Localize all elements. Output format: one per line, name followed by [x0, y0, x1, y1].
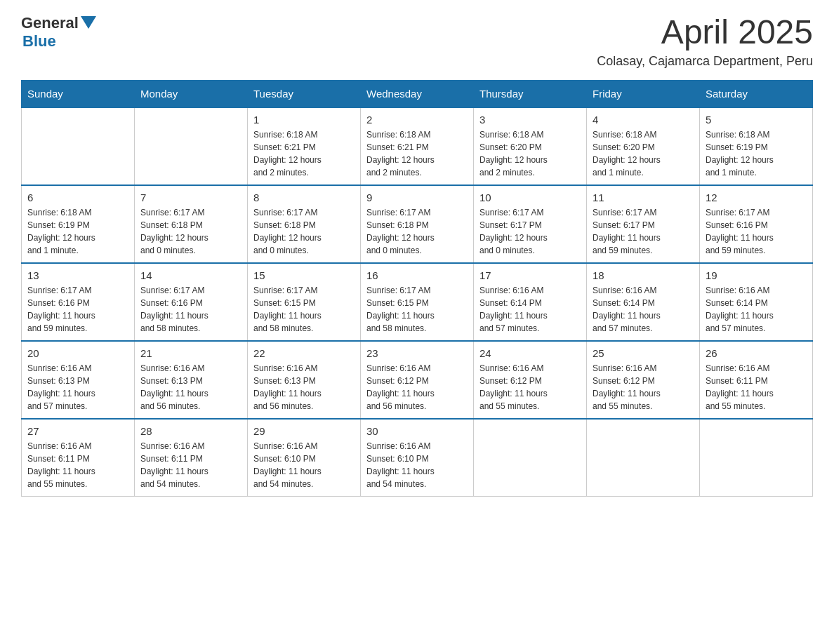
- day-info: Sunrise: 6:17 AM Sunset: 6:16 PM Dayligh…: [140, 284, 241, 335]
- calendar-cell: 25Sunrise: 6:16 AM Sunset: 6:12 PM Dayli…: [587, 341, 700, 419]
- day-number: 2: [366, 114, 468, 126]
- day-number: 18: [593, 269, 694, 281]
- calendar-cell: 13Sunrise: 6:17 AM Sunset: 6:16 PM Dayli…: [22, 263, 135, 341]
- calendar-cell: 27Sunrise: 6:16 AM Sunset: 6:11 PM Dayli…: [22, 419, 135, 497]
- day-number: 23: [366, 347, 468, 359]
- calendar-cell: 4Sunrise: 6:18 AM Sunset: 6:20 PM Daylig…: [587, 107, 700, 185]
- calendar-cell: 14Sunrise: 6:17 AM Sunset: 6:16 PM Dayli…: [135, 263, 248, 341]
- day-info: Sunrise: 6:17 AM Sunset: 6:16 PM Dayligh…: [27, 284, 128, 335]
- day-number: 13: [27, 269, 128, 281]
- calendar-cell: 29Sunrise: 6:16 AM Sunset: 6:10 PM Dayli…: [248, 419, 361, 497]
- day-info: Sunrise: 6:17 AM Sunset: 6:15 PM Dayligh…: [253, 284, 355, 335]
- day-info: Sunrise: 6:18 AM Sunset: 6:19 PM Dayligh…: [27, 206, 128, 257]
- calendar-cell: 15Sunrise: 6:17 AM Sunset: 6:15 PM Dayli…: [248, 263, 361, 341]
- day-number: 9: [366, 192, 468, 203]
- calendar-cell: 8Sunrise: 6:17 AM Sunset: 6:18 PM Daylig…: [248, 185, 361, 263]
- calendar-cell: 30Sunrise: 6:16 AM Sunset: 6:10 PM Dayli…: [361, 419, 474, 497]
- day-number: 10: [479, 192, 581, 203]
- day-info: Sunrise: 6:16 AM Sunset: 6:12 PM Dayligh…: [593, 362, 694, 412]
- day-number: 12: [706, 192, 807, 203]
- calendar-cell: 22Sunrise: 6:16 AM Sunset: 6:13 PM Dayli…: [248, 341, 361, 419]
- day-number: 20: [27, 347, 128, 359]
- day-info: Sunrise: 6:18 AM Sunset: 6:20 PM Dayligh…: [479, 128, 581, 179]
- title-section: April 2025 Colasay, Cajamarca Department…: [597, 14, 813, 69]
- calendar-cell: 7Sunrise: 6:17 AM Sunset: 6:18 PM Daylig…: [135, 185, 248, 263]
- day-info: Sunrise: 6:16 AM Sunset: 6:10 PM Dayligh…: [253, 440, 355, 490]
- calendar-cell: 3Sunrise: 6:18 AM Sunset: 6:20 PM Daylig…: [474, 107, 587, 185]
- day-info: Sunrise: 6:16 AM Sunset: 6:13 PM Dayligh…: [27, 362, 128, 412]
- page-header: General Blue April 2025 Colasay, Cajamar…: [21, 14, 813, 69]
- calendar-header: Sunday Monday Tuesday Wednesday Thursday…: [22, 80, 813, 107]
- day-info: Sunrise: 6:17 AM Sunset: 6:18 PM Dayligh…: [366, 206, 468, 257]
- day-number: 7: [140, 192, 241, 203]
- day-number: 14: [140, 269, 241, 281]
- col-saturday: Saturday: [700, 80, 813, 107]
- day-info: Sunrise: 6:16 AM Sunset: 6:14 PM Dayligh…: [479, 284, 581, 335]
- day-number: 25: [593, 347, 694, 359]
- calendar-cell: 20Sunrise: 6:16 AM Sunset: 6:13 PM Dayli…: [22, 341, 135, 419]
- day-number: 8: [253, 192, 355, 203]
- day-number: 27: [27, 425, 128, 437]
- calendar-cell: 23Sunrise: 6:16 AM Sunset: 6:12 PM Dayli…: [361, 341, 474, 419]
- week-row-2: 6Sunrise: 6:18 AM Sunset: 6:19 PM Daylig…: [22, 185, 813, 263]
- calendar-cell: 6Sunrise: 6:18 AM Sunset: 6:19 PM Daylig…: [22, 185, 135, 263]
- calendar-cell: 24Sunrise: 6:16 AM Sunset: 6:12 PM Dayli…: [474, 341, 587, 419]
- day-info: Sunrise: 6:16 AM Sunset: 6:11 PM Dayligh…: [140, 440, 241, 490]
- day-number: 24: [479, 347, 581, 359]
- logo-triangle-icon: [81, 16, 96, 29]
- day-info: Sunrise: 6:18 AM Sunset: 6:19 PM Dayligh…: [706, 128, 807, 179]
- calendar-cell: 26Sunrise: 6:16 AM Sunset: 6:11 PM Dayli…: [700, 341, 813, 419]
- col-sunday: Sunday: [22, 80, 135, 107]
- calendar-cell: 2Sunrise: 6:18 AM Sunset: 6:21 PM Daylig…: [361, 107, 474, 185]
- day-info: Sunrise: 6:16 AM Sunset: 6:11 PM Dayligh…: [706, 362, 807, 412]
- day-number: 28: [140, 425, 241, 437]
- day-info: Sunrise: 6:18 AM Sunset: 6:20 PM Dayligh…: [593, 128, 694, 179]
- col-tuesday: Tuesday: [248, 80, 361, 107]
- logo-blue-text: Blue: [22, 32, 96, 51]
- day-number: 3: [479, 114, 581, 126]
- day-info: Sunrise: 6:17 AM Sunset: 6:17 PM Dayligh…: [479, 206, 581, 257]
- week-row-1: 1Sunrise: 6:18 AM Sunset: 6:21 PM Daylig…: [22, 107, 813, 185]
- calendar-cell: 17Sunrise: 6:16 AM Sunset: 6:14 PM Dayli…: [474, 263, 587, 341]
- day-number: 16: [366, 269, 468, 281]
- calendar-cell: 19Sunrise: 6:16 AM Sunset: 6:14 PM Dayli…: [700, 263, 813, 341]
- logo: General Blue: [21, 14, 96, 51]
- calendar-cell: 18Sunrise: 6:16 AM Sunset: 6:14 PM Dayli…: [587, 263, 700, 341]
- day-number: 1: [253, 114, 355, 126]
- calendar-cell: [135, 107, 248, 185]
- day-number: 6: [27, 192, 128, 203]
- day-number: 26: [706, 347, 807, 359]
- day-info: Sunrise: 6:16 AM Sunset: 6:10 PM Dayligh…: [366, 440, 468, 490]
- calendar-cell: [587, 419, 700, 497]
- day-info: Sunrise: 6:16 AM Sunset: 6:12 PM Dayligh…: [366, 362, 468, 412]
- calendar-cell: 10Sunrise: 6:17 AM Sunset: 6:17 PM Dayli…: [474, 185, 587, 263]
- day-number: 19: [706, 269, 807, 281]
- calendar-cell: 21Sunrise: 6:16 AM Sunset: 6:13 PM Dayli…: [135, 341, 248, 419]
- calendar-table: Sunday Monday Tuesday Wednesday Thursday…: [21, 80, 813, 497]
- week-row-5: 27Sunrise: 6:16 AM Sunset: 6:11 PM Dayli…: [22, 419, 813, 497]
- day-number: 30: [366, 425, 468, 437]
- day-info: Sunrise: 6:17 AM Sunset: 6:18 PM Dayligh…: [140, 206, 241, 257]
- day-info: Sunrise: 6:16 AM Sunset: 6:12 PM Dayligh…: [479, 362, 581, 412]
- calendar-cell: 11Sunrise: 6:17 AM Sunset: 6:17 PM Dayli…: [587, 185, 700, 263]
- calendar-cell: [22, 107, 135, 185]
- calendar-cell: 9Sunrise: 6:17 AM Sunset: 6:18 PM Daylig…: [361, 185, 474, 263]
- day-info: Sunrise: 6:17 AM Sunset: 6:17 PM Dayligh…: [593, 206, 694, 257]
- col-thursday: Thursday: [474, 80, 587, 107]
- calendar-cell: 1Sunrise: 6:18 AM Sunset: 6:21 PM Daylig…: [248, 107, 361, 185]
- logo-general-text: General: [21, 14, 79, 32]
- day-info: Sunrise: 6:16 AM Sunset: 6:11 PM Dayligh…: [27, 440, 128, 490]
- day-number: 4: [593, 114, 694, 126]
- day-info: Sunrise: 6:18 AM Sunset: 6:21 PM Dayligh…: [253, 128, 355, 179]
- calendar-cell: 16Sunrise: 6:17 AM Sunset: 6:15 PM Dayli…: [361, 263, 474, 341]
- calendar-cell: 5Sunrise: 6:18 AM Sunset: 6:19 PM Daylig…: [700, 107, 813, 185]
- day-info: Sunrise: 6:16 AM Sunset: 6:13 PM Dayligh…: [140, 362, 241, 412]
- week-row-3: 13Sunrise: 6:17 AM Sunset: 6:16 PM Dayli…: [22, 263, 813, 341]
- day-info: Sunrise: 6:16 AM Sunset: 6:14 PM Dayligh…: [593, 284, 694, 335]
- day-info: Sunrise: 6:16 AM Sunset: 6:14 PM Dayligh…: [706, 284, 807, 335]
- calendar-cell: 28Sunrise: 6:16 AM Sunset: 6:11 PM Dayli…: [135, 419, 248, 497]
- page-subtitle: Colasay, Cajamarca Department, Peru: [597, 54, 813, 69]
- day-number: 5: [706, 114, 807, 126]
- day-info: Sunrise: 6:18 AM Sunset: 6:21 PM Dayligh…: [366, 128, 468, 179]
- day-number: 22: [253, 347, 355, 359]
